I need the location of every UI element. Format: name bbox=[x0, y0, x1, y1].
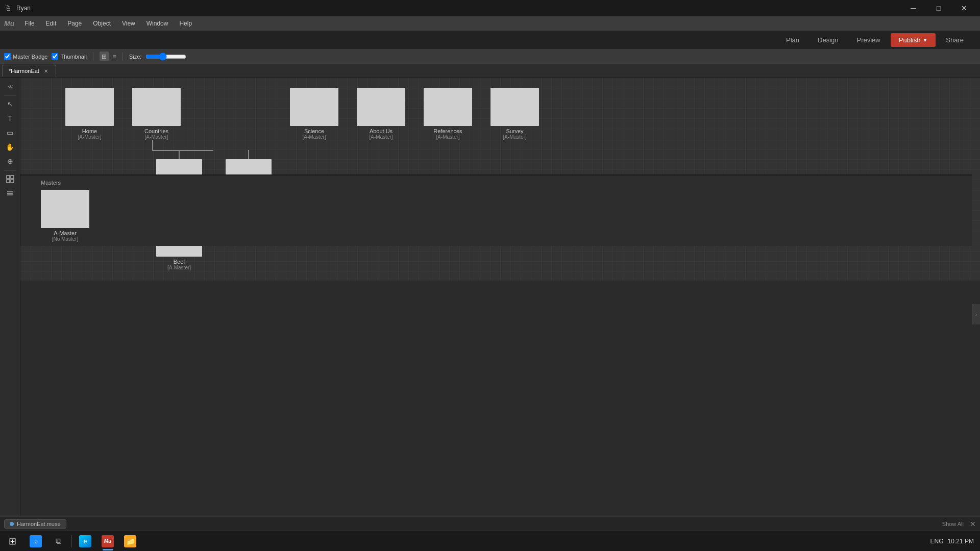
grid-view-icon: ⊞ bbox=[102, 53, 107, 60]
master-a-master: [No Master] bbox=[52, 236, 79, 242]
masters-list: A-Master [No Master] bbox=[41, 190, 951, 242]
tab-close-button[interactable]: ✕ bbox=[42, 67, 50, 74]
menu-edit[interactable]: Edit bbox=[41, 18, 62, 29]
science-master: [A-Master] bbox=[302, 134, 326, 140]
close-button[interactable]: ✕ bbox=[952, 0, 976, 16]
canvas-scroll-area: Home [A-Master] Countries [A-Master] bbox=[20, 78, 980, 281]
top-nav: Plan Design Preview Publish ▼ Share bbox=[0, 31, 980, 49]
close-bar-button[interactable]: ✕ bbox=[970, 520, 976, 528]
start-button[interactable]: ⊞ bbox=[0, 531, 24, 552]
countries-v-connector bbox=[152, 140, 153, 150]
master-a[interactable]: A-Master [No Master] bbox=[41, 190, 89, 242]
countries-master: [A-Master] bbox=[144, 134, 168, 140]
canvas-area[interactable]: Home [A-Master] Countries [A-Master] bbox=[20, 78, 980, 551]
tool-zoom[interactable]: ⊕ bbox=[3, 155, 18, 168]
tool-text[interactable]: T bbox=[3, 112, 18, 125]
svg-rect-0 bbox=[7, 176, 10, 179]
page-references[interactable]: References [A-Master] bbox=[424, 88, 472, 140]
svg-rect-1 bbox=[11, 176, 14, 179]
menu-object[interactable]: Object bbox=[88, 18, 116, 29]
main-layout: ≪ ↖ T ▭ ✋ ⊕ bbox=[0, 78, 980, 551]
list-view-button[interactable]: ≡ bbox=[113, 53, 116, 60]
files-icon: 📁 bbox=[124, 535, 136, 547]
collapse-panel-button[interactable]: › bbox=[972, 304, 980, 324]
nav-share[interactable]: Share bbox=[938, 33, 972, 47]
nav-preview[interactable]: Preview bbox=[849, 33, 889, 47]
publish-label: Publish bbox=[899, 36, 921, 44]
page-countries[interactable]: Countries [A-Master] bbox=[132, 88, 181, 140]
title-bar: 🖱 Ryan ─ □ ✕ bbox=[0, 0, 980, 16]
svg-rect-3 bbox=[11, 180, 14, 183]
bottom-file-bar: HarmonEat.muse Show All ✕ bbox=[0, 516, 980, 531]
master-badge-check[interactable]: Master Badge bbox=[4, 53, 47, 60]
page-home[interactable]: Home [A-Master] bbox=[65, 88, 114, 140]
tool-expand[interactable] bbox=[3, 187, 18, 200]
masters-label: Masters bbox=[41, 180, 951, 186]
menu-bar: Mu File Edit Page Object View Window Hel… bbox=[0, 16, 980, 31]
tool-select[interactable]: ↖ bbox=[3, 97, 18, 111]
tool-grid[interactable] bbox=[3, 172, 18, 186]
nav-publish[interactable]: Publish ▼ bbox=[891, 33, 936, 47]
size-slider[interactable] bbox=[145, 53, 186, 61]
home-label: Home bbox=[82, 128, 97, 134]
menu-window[interactable]: Window bbox=[141, 18, 174, 29]
menu-help[interactable]: Help bbox=[174, 18, 197, 29]
page-survey[interactable]: Survey [A-Master] bbox=[491, 88, 539, 140]
maximize-button[interactable]: □ bbox=[927, 0, 950, 16]
title-bar-controls[interactable]: ─ □ ✕ bbox=[901, 0, 976, 16]
sidebar-separator-1 bbox=[4, 95, 16, 95]
page-science[interactable]: Science [A-Master] bbox=[290, 88, 338, 140]
references-thumbnail bbox=[424, 88, 472, 126]
taskbar-task-view[interactable]: ⧉ bbox=[47, 531, 69, 552]
taskbar-muse[interactable]: Mu bbox=[96, 531, 119, 552]
master-a-thumbnail bbox=[41, 190, 89, 228]
task-view-icon: ⧉ bbox=[52, 535, 64, 547]
science-label: Science bbox=[304, 128, 324, 134]
taskbar-edge[interactable]: e bbox=[74, 531, 96, 552]
edge-icon: e bbox=[79, 535, 91, 547]
nav-plan[interactable]: Plan bbox=[778, 33, 807, 47]
master-badge-checkbox[interactable] bbox=[4, 53, 11, 60]
show-all-button[interactable]: Show All bbox=[942, 521, 964, 527]
countries-label: Countries bbox=[144, 128, 168, 134]
file-tab-harmoneat[interactable]: HarmonEat.muse bbox=[4, 519, 66, 529]
publish-arrow-icon: ▼ bbox=[922, 37, 927, 43]
home-thumbnail bbox=[65, 88, 114, 126]
master-a-label: A-Master bbox=[54, 230, 77, 236]
references-label: References bbox=[433, 128, 462, 134]
tool-rectangle[interactable]: ▭ bbox=[3, 126, 18, 139]
menu-page[interactable]: Page bbox=[62, 18, 87, 29]
menu-view[interactable]: View bbox=[117, 18, 140, 29]
taskbar-search[interactable]: ⌕ bbox=[24, 531, 47, 552]
tab-bar: *HarmonEat ✕ bbox=[0, 64, 980, 78]
tool-pan[interactable]: ✋ bbox=[3, 140, 18, 154]
toolbar-separator bbox=[93, 53, 93, 61]
tool-collapse[interactable]: ≪ bbox=[3, 80, 18, 93]
menu-file[interactable]: File bbox=[19, 18, 39, 29]
countries-thumbnail bbox=[132, 88, 181, 126]
title-bar-title: Ryan bbox=[16, 5, 31, 12]
page-about-us[interactable]: About Us [A-Master] bbox=[357, 88, 405, 140]
language-indicator: ENG bbox=[930, 538, 944, 545]
list-view-icon: ≡ bbox=[113, 53, 116, 60]
mu-logo: Mu bbox=[4, 19, 14, 28]
nav-design[interactable]: Design bbox=[810, 33, 846, 47]
survey-label: Survey bbox=[506, 128, 523, 134]
taskbar-separator bbox=[71, 535, 72, 547]
taskbar: ⊞ ⌕ ⧉ e Mu 📁 ENG 10:21 PM bbox=[0, 531, 980, 551]
science-thumbnail bbox=[290, 88, 338, 126]
file-tab-dot bbox=[10, 522, 14, 526]
minimize-button[interactable]: ─ bbox=[901, 0, 925, 16]
tab-harmoneat[interactable]: *HarmonEat ✕ bbox=[2, 65, 56, 77]
grid-view-button[interactable]: ⊞ bbox=[100, 52, 109, 61]
beef-master: [A-Master] bbox=[167, 265, 191, 270]
taskbar-files[interactable]: 📁 bbox=[119, 531, 141, 552]
thumbnail-check[interactable]: Thumbnail bbox=[52, 53, 86, 60]
muse-app-icon: Mu bbox=[102, 535, 114, 547]
survey-master: [A-Master] bbox=[503, 134, 526, 140]
app-logo-icon: 🖱 bbox=[4, 4, 12, 13]
master-badge-label: Master Badge bbox=[13, 54, 47, 60]
app-open-indicator bbox=[103, 549, 113, 550]
thumbnail-checkbox[interactable] bbox=[52, 53, 58, 60]
about-master: [A-Master] bbox=[369, 134, 393, 140]
